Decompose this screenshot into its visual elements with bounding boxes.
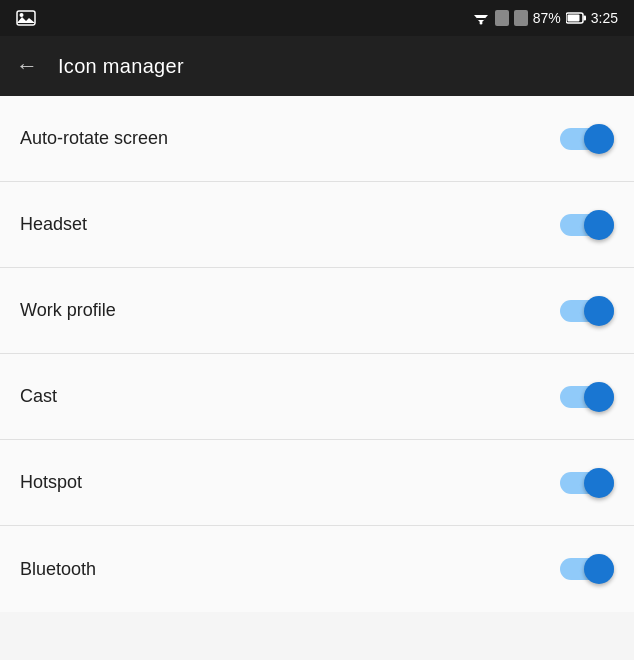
wifi-icon [472, 11, 490, 25]
status-bar: 87% 3:25 [0, 0, 634, 36]
svg-rect-8 [497, 16, 507, 24]
label-cast: Cast [20, 386, 57, 407]
settings-item-work-profile: Work profile [0, 268, 634, 354]
toggle-work-profile[interactable] [560, 296, 614, 326]
toggle-thumb-bluetooth [584, 554, 614, 584]
toggle-thumb-headset [584, 210, 614, 240]
settings-item-hotspot: Hotspot [0, 440, 634, 526]
status-icons: 87% 3:25 [472, 10, 618, 26]
toggle-thumb-hotspot [584, 468, 614, 498]
toggle-thumb-auto-rotate [584, 124, 614, 154]
svg-point-2 [20, 13, 24, 17]
status-bar-left [16, 10, 466, 26]
sim-icon-2 [514, 10, 528, 26]
settings-item-cast: Cast [0, 354, 634, 440]
settings-item-bluetooth: Bluetooth [0, 526, 634, 612]
toggle-cast[interactable] [560, 382, 614, 412]
svg-marker-1 [17, 17, 35, 23]
toggle-thumb-cast [584, 382, 614, 412]
toggle-auto-rotate[interactable] [560, 124, 614, 154]
sim-icon-1 [495, 10, 509, 26]
back-button[interactable]: ← [16, 53, 38, 79]
svg-rect-16 [583, 16, 586, 21]
settings-item-headset: Headset [0, 182, 634, 268]
image-icon [16, 10, 36, 26]
toggle-headset[interactable] [560, 210, 614, 240]
svg-point-6 [479, 22, 482, 25]
label-auto-rotate: Auto-rotate screen [20, 128, 168, 149]
svg-rect-9 [497, 12, 501, 15]
battery-percentage: 87% [533, 10, 561, 26]
svg-rect-12 [516, 16, 526, 24]
svg-rect-17 [567, 15, 579, 22]
label-hotspot: Hotspot [20, 472, 82, 493]
battery-icon [566, 12, 586, 24]
time-display: 3:25 [591, 10, 618, 26]
svg-rect-13 [516, 12, 520, 15]
svg-rect-10 [503, 12, 507, 15]
label-work-profile: Work profile [20, 300, 116, 321]
settings-item-auto-rotate: Auto-rotate screen [0, 96, 634, 182]
toolbar: ← Icon manager [0, 36, 634, 96]
label-headset: Headset [20, 214, 87, 235]
toggle-thumb-work-profile [584, 296, 614, 326]
settings-list: Auto-rotate screenHeadsetWork profileCas… [0, 96, 634, 612]
toggle-hotspot[interactable] [560, 468, 614, 498]
page-title: Icon manager [58, 55, 184, 78]
label-bluetooth: Bluetooth [20, 559, 96, 580]
svg-rect-14 [522, 12, 526, 15]
toggle-bluetooth[interactable] [560, 554, 614, 584]
